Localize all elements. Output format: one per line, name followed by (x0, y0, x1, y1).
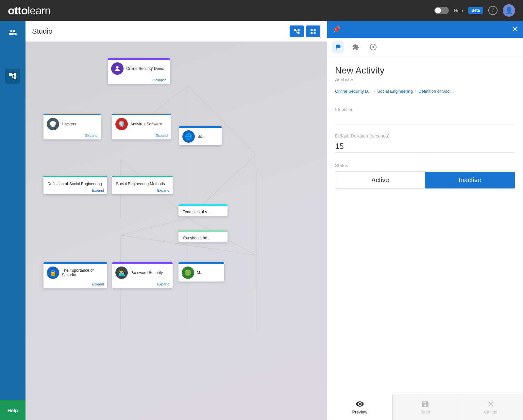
right-panel: 📌 ✕ New Activity Attributes Online Secur… (327, 21, 523, 420)
node-card[interactable]: 🟢 M... (178, 262, 224, 282)
breadcrumb-item-2[interactable]: Social Engineering (377, 89, 413, 94)
node-card[interactable]: Hackers Expand (43, 114, 101, 139)
tree-view-icon (294, 28, 300, 35)
node-card[interactable]: Examples of s... (178, 204, 228, 216)
node-card[interactable]: Definition of Social Engineering Expand (43, 176, 107, 194)
node-title: So... (197, 134, 206, 139)
node-title: Password Security (130, 270, 163, 275)
canvas-area: Online Security Demo Collapse Hackers Ex… (25, 42, 327, 420)
logo-learn: learn (27, 4, 51, 17)
breadcrumb: Online Security D... › Social Engineerin… (335, 88, 515, 94)
tab-circle[interactable] (368, 41, 379, 53)
pin-icon: 📌 (332, 25, 341, 33)
studio-header: Studio (25, 21, 327, 42)
node-title: The Importance of Security (62, 268, 104, 277)
node-action[interactable]: Expand (43, 133, 101, 139)
status-label: Status (335, 163, 515, 168)
preview-button[interactable]: Preview (327, 394, 393, 420)
identifier-label: Identifier (335, 107, 515, 112)
activity-title: New Activity (335, 65, 515, 76)
node-action[interactable]: Expand (43, 188, 107, 194)
save-icon (421, 400, 430, 408)
node-card[interactable]: 👨‍💻 Password Security Expand (112, 262, 173, 288)
node-title: You should be... (182, 236, 211, 240)
main-layout: Help Studio (0, 21, 523, 420)
help-text: Help (454, 8, 463, 13)
info-icon[interactable]: i (488, 6, 498, 15)
svg-line-9 (121, 218, 188, 235)
svg-point-17 (372, 46, 374, 48)
help-button[interactable]: Help (0, 400, 25, 420)
preview-label: Preview (352, 410, 367, 414)
duration-section: Default Duration (seconds) 15 (335, 133, 515, 153)
node-card[interactable]: Online Security Demo Collapse (108, 58, 170, 84)
sidebar-icon-tree[interactable] (5, 69, 20, 84)
breadcrumb-item-1[interactable]: Online Security D... (335, 89, 372, 94)
avatar[interactable]: 👤 (503, 4, 515, 17)
grid-view-button[interactable] (306, 25, 320, 37)
status-inactive-button[interactable]: Inactive (425, 172, 515, 188)
close-icon[interactable]: ✕ (512, 25, 518, 34)
logo-otto: otto (8, 4, 27, 17)
tab-puzzle[interactable] (350, 41, 361, 53)
node-title: Social Engineering Methods (116, 182, 165, 186)
node-title: Online Security Demo (126, 66, 164, 71)
duration-label: Default Duration (seconds) (335, 133, 515, 138)
navbar-right: Help Beta i 👤 (434, 4, 515, 17)
node-card[interactable]: 🛡️ Antivirus Software Expand (112, 114, 171, 139)
node-title: Examples of s... (182, 210, 210, 214)
cancel-icon (486, 400, 495, 408)
view-buttons (290, 25, 320, 37)
breadcrumb-sep-1: › (374, 88, 375, 94)
studio-title: Studio (32, 27, 52, 36)
panel-footer: Preview Save Cancel (327, 394, 523, 420)
status-active-button[interactable]: Active (335, 172, 425, 188)
node-action[interactable]: Expand (112, 188, 173, 194)
node-action[interactable]: Expand (112, 133, 171, 139)
panel-tabs (327, 38, 523, 56)
logo: otto learn (8, 4, 51, 17)
save-label: Save (420, 410, 430, 414)
node-title: Antivirus Software (130, 122, 162, 126)
breadcrumb-item-3[interactable]: Definition of Soci... (418, 89, 454, 94)
studio-content: Studio (25, 21, 327, 420)
status-toggle: Active Inactive (335, 171, 515, 189)
status-section: Status Active Inactive (335, 163, 515, 189)
svg-point-15 (116, 66, 118, 69)
node-card[interactable]: Social Engineering Methods Expand (112, 176, 173, 194)
panel-body: New Activity Attributes Online Security … (327, 56, 523, 394)
beta-badge: Beta (468, 7, 483, 14)
duration-value: 15 (335, 140, 515, 153)
node-card[interactable]: You should be... (178, 231, 228, 242)
left-sidebar: Help (0, 21, 25, 420)
node-action[interactable]: Expand (112, 282, 173, 288)
cancel-button[interactable]: Cancel (458, 394, 523, 420)
node-card[interactable]: 🌐 So... (179, 126, 222, 145)
grid-view-icon (310, 28, 316, 35)
cancel-label: Cancel (484, 410, 497, 414)
node-title: Definition of Social Engineering (47, 182, 102, 186)
attributes-label: Attributes (335, 77, 515, 82)
node-action[interactable]: Expand (43, 282, 107, 288)
tree-view-button[interactable] (290, 25, 304, 37)
node-action[interactable]: Collapse (108, 77, 170, 84)
toggle-switch[interactable] (434, 7, 449, 14)
preview-icon (356, 400, 364, 408)
node-title: M... (197, 270, 203, 275)
top-navbar: otto learn Help Beta i 👤 (0, 0, 523, 21)
sidebar-icon-people[interactable] (5, 25, 20, 40)
tab-flag[interactable] (332, 41, 344, 53)
save-button[interactable]: Save (393, 394, 458, 420)
panel-header: 📌 ✕ (327, 21, 523, 38)
node-title: Hackers (62, 122, 76, 126)
connector-lines (25, 42, 327, 420)
identifier-section: Identifier (335, 107, 515, 124)
node-card[interactable]: 🔒 The Importance of Security Expand (43, 262, 107, 288)
breadcrumb-sep-2: › (415, 88, 416, 94)
identifier-input[interactable] (335, 114, 515, 124)
